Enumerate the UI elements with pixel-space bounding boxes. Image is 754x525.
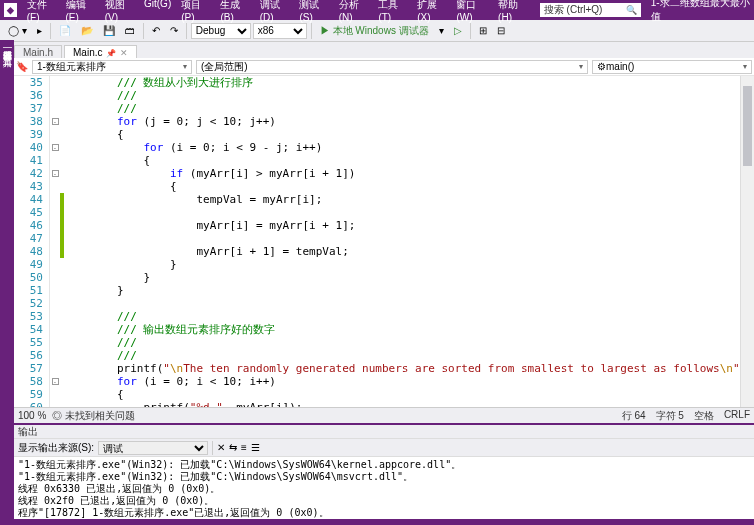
- scope-combo[interactable]: (全局范围)▾: [196, 60, 588, 74]
- main-menu: 文件(F)编辑(E)视图(V)Git(G)项目(P)生成(B)调试(D)测试(S…: [23, 0, 532, 25]
- menu-item[interactable]: 视图(V): [101, 0, 138, 25]
- redo-button[interactable]: ↷: [166, 23, 182, 38]
- close-icon[interactable]: ✕: [120, 48, 128, 58]
- code-view[interactable]: /// 数组从小到大进行排序 /// /// for (j = 0; j < 1…: [64, 76, 740, 407]
- platform-dropdown[interactable]: x86: [253, 23, 307, 39]
- caret-col: 字符 5: [656, 409, 684, 423]
- editor-area: 3536373839404142434445464748495051525354…: [14, 76, 754, 407]
- scope-icon: 🔖: [16, 61, 28, 72]
- toolbar-extra-1[interactable]: ⊞: [475, 23, 491, 38]
- output-body[interactable]: "1-数组元素排序.exe"(Win32): 已加载"C:\Windows\Sy…: [14, 457, 754, 519]
- start-nodebug-button[interactable]: ▷: [450, 23, 466, 38]
- menu-item[interactable]: 窗口(W): [452, 0, 492, 25]
- scroll-thumb[interactable]: [743, 86, 752, 166]
- menu-item[interactable]: 编辑(E): [62, 0, 99, 25]
- menu-item[interactable]: 帮助(H): [494, 0, 532, 25]
- zoom-level[interactable]: 100 %: [18, 410, 46, 421]
- main-toolbar: ◯ ▾ ▸ 📄 📂 💾 🗃 ↶ ↷ Debug x86 ▶ 本地 Windows…: [0, 20, 754, 42]
- output-panel: 输出 显示输出来源(S): 调试 ✕ ⇆ ≡ ☰ "1-数组元素排序.exe"(…: [14, 423, 754, 519]
- document-tab[interactable]: Main.c📌✕: [64, 45, 137, 59]
- nav-bar: 🔖 1-数组元素排序▾ (全局范围)▾ ⚙ main()▾: [14, 58, 754, 76]
- indent-mode[interactable]: 空格: [694, 409, 714, 423]
- line-ending[interactable]: CRLF: [724, 409, 750, 423]
- menu-item[interactable]: 项目(P): [177, 0, 214, 25]
- solution-name: 1-求二维数组最大最小值: [651, 0, 750, 24]
- editor-status: 100 % ◎ 未找到相关问题 行 64 字符 5 空格 CRLF: [14, 407, 754, 423]
- output-clear-icon[interactable]: ✕: [217, 442, 225, 453]
- project-combo[interactable]: 1-数组元素排序▾: [32, 60, 192, 74]
- output-title: 输出: [14, 425, 754, 439]
- new-button[interactable]: 📄: [55, 23, 75, 38]
- open-button[interactable]: 📂: [77, 23, 97, 38]
- bottom-status-bar: [0, 519, 754, 525]
- left-tool-strip[interactable]: 服务器资源管理器 | 工具箱: [0, 40, 14, 525]
- output-list-icon[interactable]: ☰: [251, 442, 260, 453]
- search-placeholder: 搜索 (Ctrl+Q): [544, 3, 603, 17]
- search-icon: 🔍: [626, 5, 637, 15]
- menu-item[interactable]: 文件(F): [23, 0, 60, 25]
- document-tab[interactable]: Main.h: [14, 45, 62, 59]
- member-combo[interactable]: ⚙ main()▾: [592, 60, 752, 74]
- debug-dropdown-icon[interactable]: ▾: [435, 23, 448, 38]
- output-source-dropdown[interactable]: 调试: [98, 441, 208, 455]
- code-nav-bar: 🔖 1-数组元素排序▾ (全局范围)▾ ⚙ main()▾: [14, 58, 754, 76]
- title-bar: ◆ 文件(F)编辑(E)视图(V)Git(G)项目(P)生成(B)调试(D)测试…: [0, 0, 754, 20]
- menu-item[interactable]: Git(G): [140, 0, 175, 25]
- output-toggle-icon[interactable]: ⇆: [229, 442, 237, 453]
- line-gutter: 3536373839404142434445464748495051525354…: [14, 76, 50, 407]
- outline-marks: ----: [50, 76, 60, 407]
- save-all-button[interactable]: 🗃: [121, 23, 139, 38]
- pin-icon[interactable]: 📌: [106, 49, 116, 58]
- issues-indicator[interactable]: ◎ 未找到相关问题: [52, 409, 135, 423]
- menu-item[interactable]: 调试(D): [256, 0, 294, 25]
- output-toolbar: 显示输出来源(S): 调试 ✕ ⇆ ≡ ☰: [14, 439, 754, 457]
- output-source-label: 显示输出来源(S):: [18, 441, 94, 455]
- vertical-scrollbar[interactable]: [740, 76, 754, 407]
- undo-button[interactable]: ↶: [148, 23, 164, 38]
- caret-line: 行 64: [622, 409, 646, 423]
- vs-logo-icon: ◆: [4, 3, 17, 17]
- toolbar-extra-2[interactable]: ⊟: [493, 23, 509, 38]
- start-debug-button[interactable]: ▶ 本地 Windows 调试器: [316, 22, 433, 40]
- search-box[interactable]: 搜索 (Ctrl+Q) 🔍: [540, 3, 641, 17]
- config-dropdown[interactable]: Debug: [191, 23, 251, 39]
- nav-fwd-button[interactable]: ▸: [33, 23, 46, 38]
- menu-item[interactable]: 生成(B): [216, 0, 253, 25]
- nav-back-button[interactable]: ◯ ▾: [4, 23, 31, 38]
- save-button[interactable]: 💾: [99, 23, 119, 38]
- output-wrap-icon[interactable]: ≡: [241, 442, 247, 453]
